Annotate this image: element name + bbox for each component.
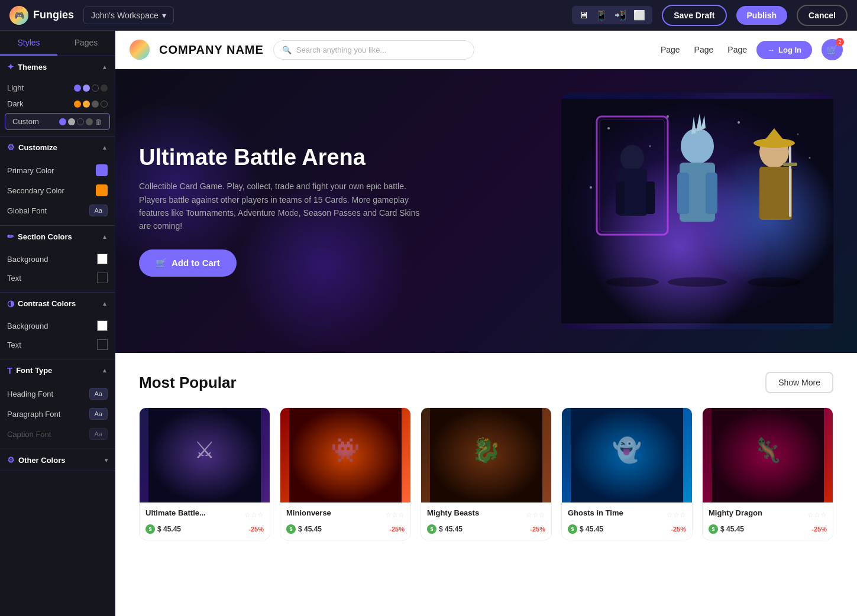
product-info: Ghosts in Time ☆☆☆ $ $ 45.45 -25% [562, 502, 692, 540]
primary-color-row: Primary Color [0, 160, 115, 180]
svg-rect-7 [616, 181, 625, 214]
product-discount: -25% [811, 526, 827, 533]
section-text-row: Text [0, 268, 115, 287]
product-image: 🦎 [703, 408, 833, 502]
section-background-swatch[interactable] [97, 254, 108, 264]
contrast-background-swatch[interactable] [97, 320, 108, 331]
product-price: $ $ 45.45 [568, 524, 603, 534]
workspace-selector[interactable]: John's Workspace ▾ [83, 7, 174, 24]
contrast-colors-content: Background Text [0, 314, 115, 359]
desktop-icon[interactable]: 🖥 [577, 9, 591, 22]
price-value: $ 45.45 [580, 525, 603, 533]
product-info: Mighty Dragon ☆☆☆ $ $ 45.45 -25% [703, 502, 833, 540]
themes-section-header[interactable]: ✦ Themes ▲ [0, 56, 115, 77]
other-colors-header[interactable]: ⚙ Other Colors ▾ [0, 449, 115, 471]
hero-cta-label: Add to Cart [172, 258, 220, 268]
primary-color-swatch[interactable] [96, 164, 108, 176]
secondary-color-swatch[interactable] [96, 184, 108, 196]
products-section: Most Popular Show More ⚔ Ultimate B [115, 353, 857, 559]
theme-light-label: Light [7, 83, 24, 92]
font-type-header[interactable]: T Font Type ▲ [0, 359, 115, 381]
paragraph-font-badge[interactable]: Aa [89, 408, 108, 420]
section-colors-section: ✏ Section Colors ▲ Background Text [0, 226, 115, 293]
cart-button[interactable]: 🛒 2 [822, 39, 843, 60]
hero-description: Collectible Card Game. Play, collect, tr… [139, 180, 423, 233]
product-price: $ $ 45.45 [427, 524, 463, 534]
themes-label: Themes [18, 63, 47, 72]
section-colors-header[interactable]: ✏ Section Colors ▲ [0, 226, 115, 247]
dot-c2 [68, 118, 75, 125]
product-info: Minionverse ☆☆☆ $ $ 45.45 -25% [280, 502, 410, 540]
sidebar-tabs: Styles Pages [0, 31, 115, 56]
dot-d2 [83, 100, 90, 108]
search-icon: 🔍 [282, 46, 292, 54]
show-more-button[interactable]: Show More [765, 372, 833, 393]
theme-dark-row[interactable]: Dark [0, 96, 115, 112]
secondary-color-label: Secondary Color [7, 186, 64, 195]
font-type-content: Heading Font Aa Paragraph Font Aa Captio… [0, 381, 115, 449]
cancel-button[interactable]: Cancel [797, 5, 848, 26]
mobile-icon[interactable]: 📲 [612, 8, 629, 22]
theme-dark-label: Dark [7, 99, 23, 108]
hero-cta-button[interactable]: 🛒 Add to Cart [139, 249, 237, 277]
svg-point-29 [590, 186, 592, 189]
contrast-background-row: Background [0, 316, 115, 335]
section-background-label: Background [7, 255, 48, 264]
products-grid: ⚔ Ultimate Battle... ☆☆☆ $ $ 45.45 -25% [139, 407, 833, 540]
dot-4 [101, 85, 108, 92]
save-draft-button[interactable]: Save Draft [662, 5, 726, 26]
other-colors-icon: ⚙ [7, 455, 15, 465]
cart-icon: 🛒 [826, 44, 838, 56]
caption-font-badge[interactable]: Aa [89, 428, 108, 440]
svg-point-9 [681, 128, 714, 164]
theme-light-row[interactable]: Light [0, 80, 115, 96]
nav-item-1[interactable]: Page [661, 45, 680, 54]
tablet-icon[interactable]: 📱 [593, 8, 610, 22]
workspace-name: John's Workspace [91, 11, 159, 20]
contrast-colors-header[interactable]: ◑ Contrast Colors ▲ [0, 293, 115, 314]
cart-badge: 2 [836, 38, 844, 46]
product-card[interactable]: ⚔ Ultimate Battle... ☆☆☆ $ $ 45.45 -25% [139, 407, 270, 540]
product-card[interactable]: 👾 Minionverse ☆☆☆ $ $ 45.45 -25% [280, 407, 411, 540]
other-colors-section: ⚙ Other Colors ▾ [0, 449, 115, 471]
nav-item-3[interactable]: Page [727, 45, 747, 54]
theme-custom-row[interactable]: Custom 🗑 [5, 113, 110, 130]
device-icons: 🖥 📱 📲 ⬜ [572, 6, 652, 24]
hero-content: Ultimate Battle Arena Collectible Card G… [139, 145, 423, 276]
global-font-badge[interactable]: Aa [89, 205, 108, 216]
product-stars: ☆☆☆ [667, 511, 686, 519]
price-icon: $ [286, 524, 296, 534]
publish-button[interactable]: Publish [736, 6, 788, 25]
preview-search[interactable]: 🔍 Search anything you like... [273, 40, 474, 60]
topbar: 🎮 Fungies John's Workspace ▾ 🖥 📱 📲 ⬜ Sav… [0, 0, 857, 31]
hero-image [561, 93, 833, 329]
heading-font-badge[interactable]: Aa [89, 388, 108, 400]
product-price-row: $ $ 45.45 -25% [568, 524, 686, 534]
svg-point-28 [809, 157, 811, 159]
product-card[interactable]: 👻 Ghosts in Time ☆☆☆ $ $ 45.45 -25% [561, 407, 693, 540]
other-colors-chevron-icon: ▾ [105, 457, 108, 463]
product-image: 👻 [562, 408, 692, 502]
product-price: $ $ 45.45 [145, 524, 181, 534]
contrast-colors-label: Contrast Colors [18, 299, 76, 308]
customize-section-content: Primary Color Secondary Color Global Fon… [0, 158, 115, 225]
login-button[interactable]: → Log In [756, 41, 812, 59]
tab-pages[interactable]: Pages [57, 31, 115, 56]
price-value: $ 45.45 [720, 525, 744, 533]
nav-item-2[interactable]: Page [694, 45, 714, 54]
caption-font-row: Caption Font Aa [0, 424, 115, 444]
product-card[interactable]: 🐉 Mighty Beasts ☆☆☆ $ $ 45.45 -25% [421, 407, 552, 540]
customize-section-header[interactable]: ⚙ Customize ▲ [0, 137, 115, 158]
svg-point-30 [797, 134, 799, 135]
product-card[interactable]: 🦎 Mighty Dragon ☆☆☆ $ $ 45.45 -25% [702, 407, 833, 540]
responsive-icon[interactable]: ⬜ [631, 8, 648, 22]
tab-styles[interactable]: Styles [0, 31, 57, 56]
secondary-color-row: Secondary Color [0, 180, 115, 200]
global-font-label: Global Font [7, 206, 47, 215]
logo-text: Fungies [33, 9, 74, 21]
section-background-row: Background [0, 249, 115, 268]
delete-theme-icon[interactable]: 🗑 [95, 118, 102, 126]
logo: 🎮 Fungies [9, 6, 74, 25]
contrast-text-swatch[interactable] [97, 339, 108, 350]
section-text-swatch[interactable] [97, 273, 108, 283]
